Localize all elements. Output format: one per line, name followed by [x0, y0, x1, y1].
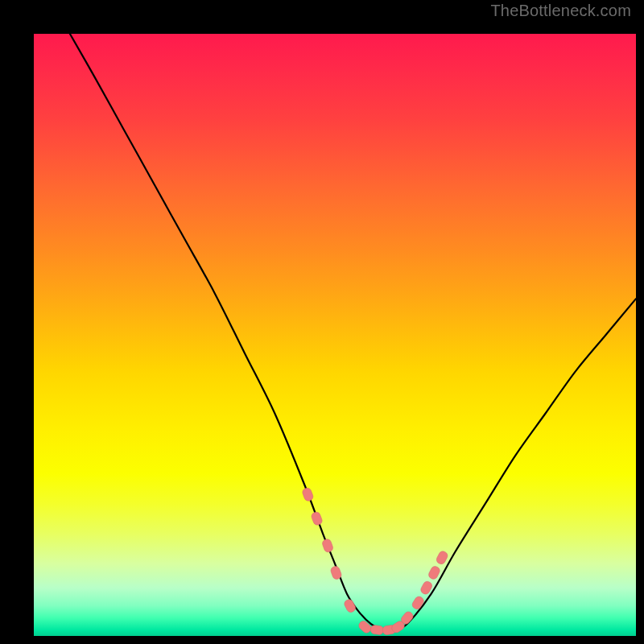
plot-svg [34, 34, 636, 636]
data-marker [411, 595, 425, 610]
data-marker [343, 598, 357, 613]
marker-group [301, 487, 448, 635]
gradient-plot-area [34, 34, 636, 636]
data-marker [321, 538, 334, 553]
data-marker [436, 550, 449, 565]
data-marker [311, 511, 324, 526]
attribution-watermark: TheBottleneck.com [490, 2, 631, 20]
data-marker [301, 487, 314, 502]
bottleneck-curve [70, 34, 636, 630]
chart-frame [13, 13, 631, 631]
data-marker [357, 619, 373, 634]
data-marker [370, 625, 384, 635]
data-marker [427, 565, 441, 580]
